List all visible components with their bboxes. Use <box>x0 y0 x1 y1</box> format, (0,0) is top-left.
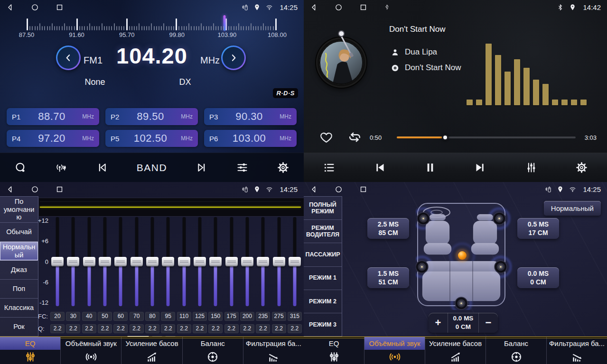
eq-band-slider[interactable] <box>66 217 80 310</box>
playlist-icon[interactable] <box>323 161 336 174</box>
gear-icon[interactable] <box>575 161 588 174</box>
front-left-delay-button[interactable]: 2.5 MS 85 CM <box>367 218 409 239</box>
audio-tab[interactable]: EQ <box>304 337 364 364</box>
band-button[interactable]: BAND <box>137 162 167 173</box>
eq-band-slider[interactable] <box>98 217 112 310</box>
preset-button[interactable]: P6103.00MHz <box>204 130 297 147</box>
slider-handle[interactable] <box>83 257 95 266</box>
progress-thumb[interactable] <box>442 134 448 141</box>
recents-icon[interactable] <box>359 185 367 193</box>
recents-icon[interactable] <box>56 3 64 11</box>
preset-button[interactable]: P390.30MHz <box>204 108 297 125</box>
gear-icon[interactable] <box>277 161 289 174</box>
slider-handle[interactable] <box>99 257 111 266</box>
mode-item[interactable]: РЕЖИМ ВОДИТЕЛЯ <box>304 220 342 243</box>
home-icon[interactable] <box>31 185 39 193</box>
audio-tab[interactable]: Баланс <box>183 337 243 364</box>
audio-tab[interactable]: Объёмный звук <box>364 337 425 364</box>
previous-track-icon[interactable] <box>373 161 386 174</box>
favorite-button[interactable] <box>319 130 333 144</box>
slider-handle[interactable] <box>273 257 285 266</box>
eq-band-slider[interactable] <box>208 217 223 310</box>
preset-button[interactable]: P497.20MHz <box>7 130 99 147</box>
mixer-icon[interactable] <box>525 161 538 174</box>
eq-band-slider[interactable] <box>288 217 302 310</box>
tune-sliders-icon[interactable] <box>236 161 249 174</box>
rear-right-delay-button[interactable]: 0.0 MS 0 CM <box>517 267 559 288</box>
skip-back-icon[interactable] <box>96 161 109 174</box>
repeat-button[interactable] <box>347 130 362 145</box>
back-icon[interactable] <box>310 3 318 11</box>
audio-tab[interactable]: Объёмный звук <box>61 337 121 364</box>
slider-handle[interactable] <box>178 257 190 266</box>
eq-preset-item[interactable]: Обычай <box>0 223 38 242</box>
dial-tick <box>159 26 159 30</box>
sound-preset-button[interactable]: Нормальный <box>544 201 601 216</box>
eq-band-slider[interactable] <box>145 217 159 310</box>
eq-preset-item[interactable]: Нормальный <box>0 242 38 261</box>
slider-handle[interactable] <box>209 257 222 266</box>
mode-item[interactable]: ПАССАЖИР <box>304 243 342 266</box>
eq-band-slider[interactable] <box>161 217 175 310</box>
eq-band-slider[interactable] <box>130 217 144 310</box>
mode-item[interactable]: РЕЖИМ 1 <box>304 267 342 290</box>
frequency-dial[interactable] <box>27 17 277 30</box>
progress-bar[interactable] <box>397 136 576 138</box>
slider-handle[interactable] <box>194 257 206 266</box>
audio-tab[interactable]: EQ <box>0 337 61 364</box>
next-track-icon[interactable] <box>474 161 487 174</box>
slider-handle[interactable] <box>257 257 269 266</box>
home-icon[interactable] <box>335 185 343 193</box>
audio-tab[interactable]: Усиление басов <box>425 337 486 364</box>
eq-band-slider[interactable] <box>240 217 254 310</box>
skip-forward-icon[interactable] <box>195 161 208 174</box>
home-icon[interactable] <box>335 3 343 11</box>
recents-icon[interactable] <box>359 3 367 11</box>
slider-handle[interactable] <box>114 257 127 266</box>
eq-band-slider[interactable] <box>193 217 207 310</box>
tune-up-button[interactable] <box>221 46 246 70</box>
eq-preset-item[interactable]: Классика <box>0 299 38 318</box>
preset-button[interactable]: P5102.50MHz <box>105 130 198 147</box>
back-icon[interactable] <box>310 185 318 193</box>
audio-tab[interactable]: Фильтрация ба... <box>547 337 607 364</box>
eq-band-slider[interactable] <box>82 217 96 310</box>
audio-tab[interactable]: Баланс <box>486 337 547 364</box>
preset-button[interactable]: P188.70MHz <box>7 108 99 125</box>
mode-item[interactable]: РЕЖИМ 2 <box>304 290 342 313</box>
slider-handle[interactable] <box>241 257 253 266</box>
eq-band-slider[interactable] <box>256 217 270 310</box>
slider-handle[interactable] <box>131 257 143 266</box>
recents-icon[interactable] <box>56 185 64 193</box>
eq-preset-item[interactable]: Рок <box>0 318 38 336</box>
decrease-button[interactable]: − <box>479 313 498 333</box>
mode-item[interactable]: ПОЛНЫЙ РЕЖИМ <box>304 197 342 220</box>
search-icon[interactable] <box>14 161 27 174</box>
slider-handle[interactable] <box>225 257 238 266</box>
home-icon[interactable] <box>31 3 39 11</box>
slider-handle[interactable] <box>67 257 79 266</box>
eq-band-slider[interactable] <box>113 217 128 310</box>
eq-preset-item[interactable]: По умолчанию <box>0 197 38 223</box>
pause-icon[interactable] <box>424 161 437 174</box>
slider-handle[interactable] <box>146 257 159 266</box>
eq-band-slider[interactable] <box>177 217 191 310</box>
slider-handle[interactable] <box>289 257 301 266</box>
broadcast-icon[interactable] <box>55 161 68 174</box>
front-right-delay-button[interactable]: 0.5 MS 17 CM <box>517 218 559 239</box>
slider-handle[interactable] <box>162 257 174 266</box>
eq-preset-item[interactable]: Джаз <box>0 261 38 280</box>
eq-band-slider[interactable] <box>272 217 286 310</box>
slider-handle[interactable] <box>51 257 64 266</box>
back-icon[interactable] <box>6 185 14 193</box>
eq-band-slider[interactable] <box>50 217 65 310</box>
preset-button[interactable]: P289.50MHz <box>105 108 198 125</box>
audio-tab[interactable]: Усиление басов <box>121 337 182 364</box>
eq-preset-item[interactable]: Поп <box>0 280 38 299</box>
rear-left-delay-button[interactable]: 1.5 MS 51 CM <box>367 267 409 288</box>
audio-tab[interactable]: Фильтрация ба... <box>243 337 304 364</box>
eq-band-slider[interactable] <box>224 217 239 310</box>
increase-button[interactable]: + <box>429 313 448 333</box>
mode-item[interactable]: РЕЖИМ 3 <box>304 313 342 336</box>
back-icon[interactable] <box>6 3 14 11</box>
